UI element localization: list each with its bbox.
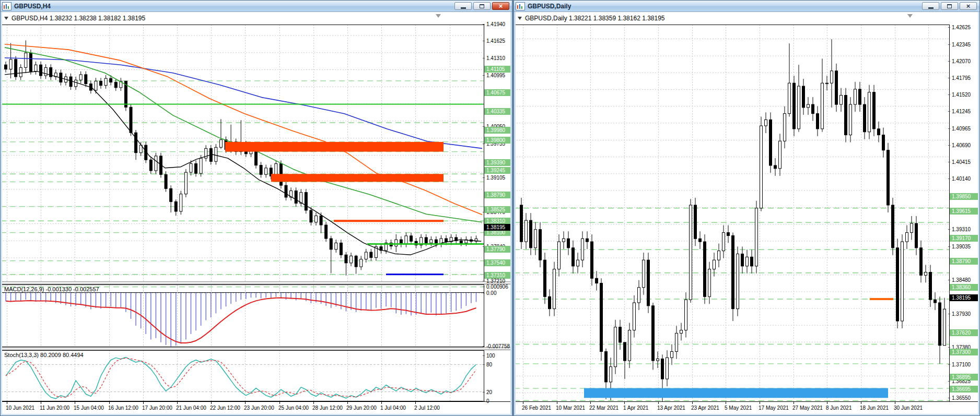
time-axis-label: 30 Jun 2021 <box>894 405 923 411</box>
price-axis-label: 1.39850 <box>950 193 979 200</box>
price-axis-label: 1.36695 <box>950 386 979 393</box>
close-button[interactable]: × <box>492 2 509 10</box>
time-axis-label: 17 May 2021 <box>759 405 789 411</box>
window-frame-bottom <box>1 414 512 415</box>
price-chart-canvas[interactable] <box>514 25 950 413</box>
price-axis-label: 1.40690 <box>950 142 979 149</box>
chart-window-gbpusd-h4[interactable]: GBPUSD,H4 × GBPUSD,H4 1.38232 1.38238 1.… <box>0 0 512 416</box>
time-axis-label: 13 Apr 2021 <box>657 405 685 411</box>
window-frame-right <box>978 12 979 415</box>
price-axis-label: 1.36550 <box>950 395 979 401</box>
time-axis-label: 10 Mar 2021 <box>556 405 585 411</box>
chart-icon <box>2 2 11 10</box>
time-axis-label: 29 Jun 20:00 <box>346 405 377 411</box>
price-axis-label: 1.41245 <box>950 108 979 115</box>
price-axis-label: 1.41105 <box>484 66 510 73</box>
price-axis-label: 1.39615 <box>950 208 979 215</box>
indicator-axis-label: 20 <box>484 389 510 396</box>
chart-area-daily[interactable]: GBPUSD,Daily 1.38221 1.38359 1.38162 1.3… <box>514 12 979 415</box>
time-axis-tick <box>347 402 348 404</box>
price-axis-label: 1.38360 <box>950 284 979 291</box>
time-axis-tick <box>658 402 659 404</box>
indicator-axis-label: 80 <box>484 361 510 368</box>
price-axis-label: 1.39245 <box>484 167 510 174</box>
window-title: GBPUSD,Daily <box>528 3 571 10</box>
time-axis-label: 11 Jun 20:00 <box>40 405 69 411</box>
restore-button[interactable] <box>941 2 958 10</box>
time-axis-tick <box>211 402 212 404</box>
time-axis-tick <box>109 402 110 404</box>
window-frame-left <box>514 12 516 415</box>
time-axis-tick <box>313 402 314 404</box>
indicator-axis-label: -0.007758 <box>484 343 510 350</box>
time-axis-label: 8 Jun 2021 <box>826 405 852 411</box>
time-axis-tick <box>415 402 416 404</box>
time-axis-tick <box>523 402 523 404</box>
time-axis-tick <box>143 402 144 404</box>
price-axis-label: 1.39980 <box>484 127 510 134</box>
time-axis-tick <box>177 402 178 404</box>
time-axis-label: 15 Jun 04:00 <box>74 405 104 411</box>
price-axis-label: 1.40965 <box>950 125 979 132</box>
chart-shift-icon <box>436 14 441 18</box>
price-axis-label: 1.38790 <box>484 192 510 198</box>
chart-legend: GBPUSD,Daily 1.38221 1.38359 1.38162 1.3… <box>518 15 665 22</box>
macd-indicator-canvas[interactable] <box>1 284 485 347</box>
price-axis-label: 1.37100 <box>950 361 979 368</box>
time-axis-label: 1 Jul 04:00 <box>380 405 406 411</box>
titlebar[interactable]: GBPUSD,Daily × <box>514 1 979 12</box>
price-axis-label: 1.41795 <box>950 75 979 81</box>
macd-label: MACD(12,26,9) -0.001330 -0.002557 <box>4 286 99 292</box>
panel-divider[interactable] <box>1 347 512 350</box>
time-axis-tick <box>279 402 280 404</box>
price-chart-canvas[interactable] <box>1 25 485 293</box>
panel-divider[interactable] <box>1 281 512 284</box>
time-axis-tick <box>245 402 246 404</box>
time-axis-label: 25 Jun 04:00 <box>278 405 309 411</box>
minimize-button[interactable] <box>454 2 472 10</box>
window-frame-bottom <box>514 414 979 415</box>
time-axis-label: 27 May 2021 <box>792 405 823 411</box>
restore-button[interactable] <box>473 2 491 10</box>
time-axis-tick <box>827 402 827 404</box>
chevron-down-icon <box>518 17 522 20</box>
price-axis-label: 1.40140 <box>950 175 979 182</box>
titlebar[interactable]: GBPUSD,H4 × <box>1 1 512 12</box>
price-axis-label: 1.39105 <box>484 174 510 181</box>
ohlc-readout: GBPUSD,Daily 1.38221 1.38359 1.38162 1.3… <box>525 15 665 22</box>
price-axis-label: 1.37310 <box>484 272 510 279</box>
time-axis-label: 17 Jun 20:00 <box>142 405 172 411</box>
price-axis-label: 1.38525 <box>484 206 510 213</box>
time-axis-label: 21 Jun 04:00 <box>176 405 206 411</box>
price-axis-label: 1.37930 <box>950 311 979 317</box>
restore-icon <box>480 4 484 8</box>
time-axis-label: 10 Jun 2021 <box>6 405 34 411</box>
window-frame-left <box>1 12 2 415</box>
time-axis-label: 23 Apr 2021 <box>691 405 719 411</box>
ohlc-readout: GBPUSD,H4 1.38232 1.38238 1.38182 1.3819… <box>11 15 145 22</box>
price-axis-label: 1.39035 <box>950 243 979 250</box>
time-axis-label: 23 Jun 20:00 <box>244 405 274 411</box>
minimize-icon <box>928 7 934 9</box>
indicator-axis-label: 0 <box>484 398 510 405</box>
time-axis-tick <box>692 402 693 404</box>
price-axis-label: 1.37620 <box>950 329 979 336</box>
time-axis-label: 18 Jun 2021 <box>860 405 889 411</box>
time-axis-label: 2 Jul 12:00 <box>414 405 440 411</box>
price-axis-label: 1.38790 <box>950 258 979 265</box>
chart-window-gbpusd-daily[interactable]: GBPUSD,Daily × GBPUSD,Daily 1.38221 1.38… <box>514 0 980 416</box>
time-axis-tick <box>7 402 7 404</box>
time-axis-tick <box>381 402 382 404</box>
minimize-button[interactable] <box>922 2 939 10</box>
minimize-icon <box>461 7 466 9</box>
chart-area-h4[interactable]: GBPUSD,H4 1.38232 1.38238 1.38182 1.3819… <box>1 12 512 415</box>
stochastic-label: Stoch(13,3,3) 80.2009 80.4494 <box>4 352 84 358</box>
chart-icon <box>516 2 525 10</box>
price-axis-label: 1.39310 <box>950 226 979 233</box>
indicator-axis-label: 100 <box>484 352 510 359</box>
price-axis-label: 1.41940 <box>484 21 510 28</box>
price-axis-label: 1.36895 <box>950 374 979 381</box>
price-axis-label: 1.40415 <box>950 159 979 165</box>
close-button[interactable]: × <box>960 2 977 10</box>
chart-shift-icon <box>907 14 913 18</box>
